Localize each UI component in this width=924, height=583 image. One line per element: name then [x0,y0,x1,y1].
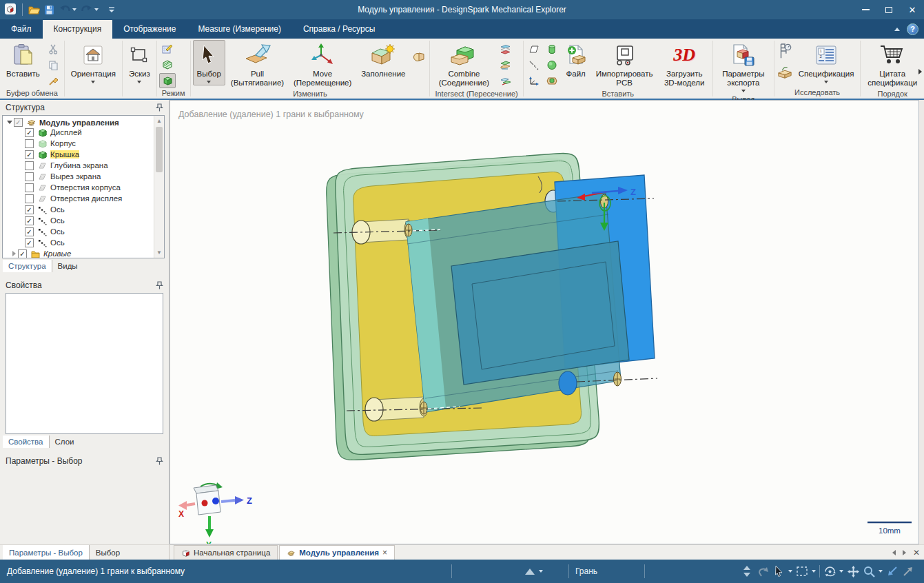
expander-closed-icon[interactable] [12,251,16,256]
checkbox[interactable] [25,161,34,170]
ribbon-overflow-icon[interactable] [918,69,922,74]
scroll-down-icon[interactable]: ▼ [154,247,164,258]
insert-file-button[interactable]: Файл [562,40,591,80]
pull-button[interactable]: Pull (Вытягивание) [227,40,288,89]
spin-control-icon[interactable] [741,565,753,577]
solid-mode-button[interactable] [159,73,176,88]
orientation-dropdown[interactable] [91,81,95,83]
tab-params-select[interactable]: Параметры - Выбор [3,545,90,560]
close-button[interactable]: ✕ [901,0,924,19]
checkbox[interactable]: ✓ [14,118,23,127]
export-params-button[interactable]: Параметры экспорта [715,40,772,94]
checkbox[interactable]: ✓ [25,216,34,225]
model-hole[interactable] [365,398,383,421]
selection-filter-dropdown[interactable] [539,570,543,573]
save-button[interactable] [44,5,54,15]
tree-item[interactable]: ✓ Ось [3,204,164,215]
tree-item[interactable]: ✓ Ось [3,215,164,226]
section-mode-button[interactable] [159,57,176,72]
minimize-button[interactable] [854,0,877,19]
sketch-mode-button[interactable] [159,41,176,57]
box-select-icon[interactable] [796,565,808,577]
export-params-dropdown[interactable] [741,90,746,92]
insert-sphere-button[interactable] [544,57,560,72]
tab-measure[interactable]: Measure (Измерение) [187,20,291,39]
tree-item[interactable]: ✓ Ось [3,237,164,248]
tree-item[interactable]: Вырез экрана [3,171,164,182]
copy-button[interactable] [45,57,62,72]
orbit-icon[interactable] [823,565,836,577]
tree-item[interactable]: Отверстия корпуса [3,182,164,193]
select-dropdown[interactable] [207,81,211,83]
checkbox[interactable] [25,194,34,203]
doc-tab-module[interactable]: Модуль управления × [279,545,395,560]
checkbox[interactable]: ✓ [25,227,34,236]
quality-check-button[interactable] [777,63,793,82]
select-tool-dropdown[interactable] [788,570,792,573]
pin-icon[interactable] [156,103,163,112]
undo-dropdown[interactable] [72,8,76,11]
tree-item[interactable]: ✓ Дисплей [3,127,164,138]
checkbox[interactable] [25,139,34,148]
orientation-button[interactable]: Ориентация [67,40,120,85]
scrollbar-thumb[interactable] [156,127,163,172]
tree-item[interactable]: Глубина экрана [3,160,164,171]
zoom-out-arrow-icon[interactable] [902,565,914,577]
orbit-dropdown[interactable] [839,570,843,573]
specification-button[interactable]: 12 Спецификация [794,40,859,85]
checkbox[interactable]: ✓ [25,150,34,159]
load-3d-button[interactable]: 3D Загрузить 3D-модели [658,40,710,89]
undo-button[interactable] [59,5,76,15]
tab-select[interactable]: Выбор [90,545,126,560]
quote-spec-button[interactable]: Цитата спецификаци [863,40,922,89]
model-screw[interactable] [405,224,412,236]
doc-tab-start-page[interactable]: Начальная страница [174,545,278,560]
project-face-button[interactable] [497,73,513,88]
sketch-dropdown[interactable] [137,81,141,83]
box-select-dropdown[interactable] [812,570,816,573]
checkbox[interactable] [25,172,34,181]
world-triad[interactable]: X Z Y [178,482,252,544]
specification-dropdown[interactable] [824,81,828,83]
paste-button[interactable]: Вставить [2,40,44,80]
combine-button[interactable]: Combine (Соединение) [432,40,495,89]
close-tab-icon[interactable]: × [382,548,387,558]
scroll-tabs-left-icon[interactable] [892,550,896,555]
measure-tool-button[interactable] [777,41,793,62]
split-face-button[interactable] [497,57,513,72]
insert-axes-button[interactable] [526,73,542,88]
fill-button[interactable]: Заполнение [357,40,409,80]
insert-line-button[interactable] [526,57,542,72]
model-screw[interactable] [420,402,427,414]
import-pcb-button[interactable]: Импортировать PCB [592,40,657,89]
maximize-button[interactable] [877,0,901,19]
selection-filter-icon[interactable] [525,569,535,575]
last-tool-icon[interactable] [757,565,769,577]
zoom-dropdown[interactable] [879,570,883,573]
select-tool-icon[interactable] [772,565,785,577]
tab-properties[interactable]: Свойства [3,436,50,448]
insert-plane-button[interactable] [526,41,542,57]
blend-button[interactable] [411,50,427,65]
tab-structure[interactable]: Структура [3,260,52,272]
tree-item-selected[interactable]: ✓ Крышка [3,149,164,160]
properties-panel-body[interactable] [6,293,163,434]
tree-item-root[interactable]: ✓ Модуль управления [3,116,164,127]
help-icon[interactable]: ? [907,23,918,35]
tab-layers[interactable]: Слои [50,436,80,448]
viewport-3d[interactable]: Добавление (удаление) 1 грани к выбранно… [170,100,919,544]
tab-file[interactable]: Файл [0,20,43,39]
redo-dropdown[interactable] [94,8,99,11]
select-button[interactable]: Выбор [193,40,225,85]
collapse-ribbon-icon[interactable] [894,28,900,31]
tree-item-curves[interactable]: ✓ Кривые [3,248,164,258]
tab-views[interactable]: Виды [52,260,83,272]
checkbox[interactable]: ✓ [25,205,34,214]
tab-help[interactable]: Справка / Ресурсы [292,20,386,39]
checkbox[interactable]: ✓ [25,238,34,247]
tree-item[interactable]: Корпус [3,138,164,149]
insert-cylinder-button[interactable] [544,41,560,57]
tree-item[interactable]: Отверстия дисплея [3,193,164,204]
cut-button[interactable] [45,41,62,57]
move-button[interactable]: Move (Перемещение) [289,40,356,89]
